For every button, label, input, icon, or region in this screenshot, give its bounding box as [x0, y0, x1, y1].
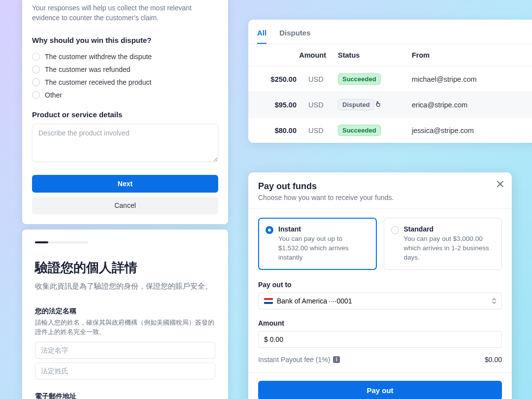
- payout-header: Pay out funds Choose how you want to rec…: [248, 172, 512, 208]
- radio-icon: [32, 91, 40, 99]
- option-desc: You can pay out $3,000.00 which arrives …: [404, 234, 495, 263]
- payout-title: Pay out funds: [258, 181, 502, 192]
- verify-panel: 驗證您的個人詳情 收集此資訊是為了驗證您的身份，保證您的賬戶安全。 您的法定名稱…: [22, 230, 228, 399]
- table-row[interactable]: $95.00 USD Disputed erica@stripe.com: [248, 92, 532, 118]
- cursor-icon: [374, 99, 382, 109]
- dispute-option-0[interactable]: The customer withdrew the dispute: [32, 50, 218, 63]
- fee-label: Instant Payout fee (1%): [258, 356, 330, 364]
- cell-status: Succeeded: [332, 118, 406, 143]
- status-badge: Disputed: [338, 99, 374, 110]
- tab-disputes[interactable]: Disputes: [279, 29, 310, 44]
- option-text: Instant You can pay out up to $1,532.00 …: [278, 225, 369, 263]
- radio-icon: [266, 226, 273, 234]
- table-row[interactable]: $250.00 USD Succeeded michael@stripe.com: [248, 66, 532, 92]
- chevron-updown-icon: [492, 298, 497, 304]
- transactions-panel: All Disputes Amount Status From $250.00 …: [248, 20, 532, 143]
- option-instant[interactable]: Instant You can pay out up to $1,532.00 …: [258, 218, 377, 270]
- info-icon[interactable]: i: [333, 356, 340, 363]
- col-from: From: [406, 44, 532, 66]
- pay-out-button[interactable]: Pay out: [258, 381, 502, 399]
- transactions-tabs: All Disputes: [248, 20, 532, 44]
- payout-footer: Pay out: [248, 372, 512, 399]
- cell-from: michael@stripe.com: [406, 66, 532, 92]
- dispute-option-label: Other: [45, 91, 62, 99]
- fee-value: $0.00: [485, 356, 502, 364]
- cell-currency: USD: [302, 118, 332, 143]
- table-row[interactable]: $80.00 USD Succeeded jessica@stripe.com: [248, 118, 532, 143]
- radio-icon: [391, 226, 399, 234]
- pay-out-to-label: Pay out to: [258, 281, 502, 289]
- dispute-options: The customer withdrew the dispute The cu…: [32, 50, 218, 101]
- table-header-row: Amount Status From: [248, 44, 532, 66]
- cell-amount: $250.00: [248, 66, 302, 92]
- transactions-table: Amount Status From $250.00 USD Succeeded…: [248, 44, 532, 143]
- option-desc: You can pay out up to $1,532.00 which ar…: [278, 234, 369, 263]
- legal-name-group: 您的法定名稱 請輸入您的姓名，確保其與政府機構（例如美國國稅局）簽發的證件上的姓…: [35, 307, 215, 383]
- bank-select[interactable]: Bank of America ····0001: [258, 293, 502, 309]
- first-name-input[interactable]: [35, 342, 215, 359]
- bank-name: Bank of America ····0001: [277, 297, 352, 305]
- product-details-label: Product or service details: [32, 110, 218, 119]
- cell-status: Succeeded: [332, 66, 406, 92]
- option-title: Instant: [278, 225, 369, 233]
- cancel-button[interactable]: Cancel: [32, 197, 218, 214]
- next-button[interactable]: Next: [32, 175, 218, 193]
- option-title: Standard: [404, 225, 495, 233]
- radio-icon: [32, 78, 40, 86]
- dispute-panel: Your responses will help us collect the …: [22, 0, 228, 224]
- status-badge: Succeeded: [338, 73, 381, 85]
- dispute-option-label: The customer received the product: [45, 78, 151, 86]
- cell-currency: USD: [302, 66, 332, 92]
- dispute-question: Why should you win this dispute?: [32, 36, 218, 44]
- close-icon[interactable]: [497, 180, 504, 190]
- dispute-option-3[interactable]: Other: [32, 89, 218, 101]
- tab-all[interactable]: All: [257, 29, 266, 44]
- col-status: Status: [332, 44, 406, 66]
- option-text: Standard You can pay out $3,000.00 which…: [404, 225, 495, 263]
- dispute-intro: Your responses will help us collect the …: [32, 3, 218, 23]
- dispute-option-1[interactable]: The customer was refunded: [32, 63, 218, 76]
- payout-subtitle: Choose how you want to receive your fund…: [258, 194, 502, 201]
- payout-options: Instant You can pay out up to $1,532.00 …: [258, 218, 502, 270]
- col-amount: Amount: [248, 44, 332, 66]
- cell-amount: $95.00: [248, 92, 302, 118]
- radio-icon: [32, 66, 40, 73]
- payout-panel: Pay out funds Choose how you want to rec…: [248, 172, 512, 399]
- progress-fill: [35, 241, 48, 243]
- bank-icon: [264, 298, 273, 304]
- status-badge: Succeeded: [338, 125, 381, 136]
- option-standard[interactable]: Standard You can pay out $3,000.00 which…: [384, 218, 502, 270]
- email-group: 電子郵件地址: [35, 392, 215, 399]
- cell-currency: USD: [302, 92, 332, 118]
- radio-icon: [32, 53, 40, 61]
- cell-amount: $80.00: [248, 118, 302, 143]
- cell-from: jessica@stripe.com: [406, 118, 532, 143]
- last-name-input[interactable]: [35, 363, 215, 379]
- fee-row: Instant Payout fee (1%) i $0.00: [258, 356, 502, 364]
- amount-label: Amount: [258, 319, 502, 327]
- cell-from: erica@stripe.com: [406, 92, 532, 118]
- email-label: 電子郵件地址: [35, 392, 215, 399]
- cell-status: Disputed: [332, 92, 406, 118]
- dispute-option-2[interactable]: The customer received the product: [32, 76, 218, 89]
- amount-input[interactable]: [258, 331, 502, 348]
- progress-bar: [35, 241, 88, 243]
- payout-body: Instant You can pay out up to $1,532.00 …: [248, 208, 512, 364]
- dispute-option-label: The customer was refunded: [45, 66, 131, 73]
- verify-subtitle: 收集此資訊是為了驗證您的身份，保證您的賬戶安全。: [35, 281, 215, 292]
- fee-label-wrap: Instant Payout fee (1%) i: [258, 356, 340, 364]
- legal-name-help: 請輸入您的姓名，確保其與政府機構（例如美國國稅局）簽發的證件上的姓名完全一致。: [35, 318, 215, 337]
- legal-name-label: 您的法定名稱: [35, 307, 215, 316]
- dispute-option-label: The customer withdrew the dispute: [45, 53, 152, 61]
- verify-title: 驗證您的個人詳情: [35, 259, 215, 276]
- product-details-input[interactable]: [32, 124, 218, 162]
